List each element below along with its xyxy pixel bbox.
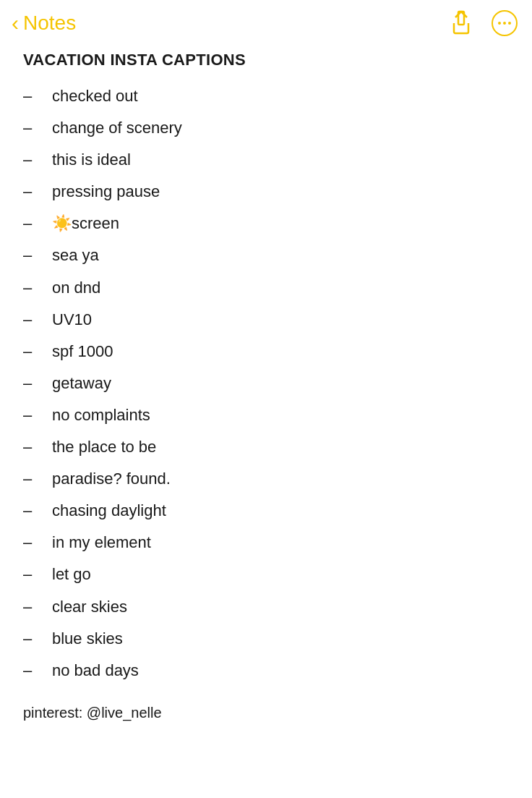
item-text: pressing pause	[52, 179, 160, 204]
list-item: – change of scenery	[23, 116, 509, 140]
list-item: – paradise? found.	[23, 467, 509, 491]
share-icon	[448, 10, 474, 36]
dash: –	[23, 658, 45, 683]
item-text: let go	[52, 562, 91, 587]
header-actions	[448, 10, 518, 36]
dash: –	[23, 211, 45, 236]
list-item: – getaway	[23, 371, 509, 396]
item-text: blue skies	[52, 627, 123, 651]
item-text: UV10	[52, 307, 92, 332]
dash: –	[23, 243, 45, 268]
item-text: no complaints	[52, 403, 150, 428]
app-header: ‹ Notes	[0, 0, 532, 43]
list-item: – spf 1000	[23, 339, 509, 364]
dash: –	[23, 530, 45, 555]
item-text: spf 1000	[52, 339, 113, 364]
item-text: the place to be	[52, 435, 156, 459]
dash: –	[23, 627, 45, 651]
item-text: no bad days	[52, 658, 139, 683]
dash: –	[23, 307, 45, 332]
dash: –	[23, 179, 45, 204]
list-item: – pressing pause	[23, 179, 509, 204]
more-icon	[492, 10, 518, 36]
chevron-left-icon: ‹	[12, 12, 19, 34]
dash: –	[23, 371, 45, 396]
item-text: ☀️screen	[52, 211, 119, 236]
list-item: – ☀️screen	[23, 211, 509, 236]
item-text: this is ideal	[52, 148, 131, 172]
dash: –	[23, 276, 45, 300]
item-text: on dnd	[52, 276, 100, 300]
item-text: change of scenery	[52, 116, 182, 140]
dash: –	[23, 339, 45, 364]
list-item: – the place to be	[23, 435, 509, 459]
more-button[interactable]	[492, 10, 518, 36]
item-text: clear skies	[52, 595, 127, 619]
note-title: VACATION INSTA CAPTIONS	[23, 51, 509, 69]
item-text: paradise? found.	[52, 467, 171, 491]
list-item: – in my element	[23, 530, 509, 555]
list-item: – this is ideal	[23, 148, 509, 172]
dash: –	[23, 116, 45, 140]
item-text: getaway	[52, 371, 111, 396]
dash: –	[23, 562, 45, 587]
list-item: – UV10	[23, 307, 509, 332]
footer-credit: pinterest: @live_nelle	[23, 705, 509, 721]
list-item: – let go	[23, 562, 509, 587]
item-text: sea ya	[52, 243, 99, 268]
item-text: in my element	[52, 530, 151, 555]
dash: –	[23, 84, 45, 109]
dash: –	[23, 498, 45, 523]
dash: –	[23, 467, 45, 491]
share-button[interactable]	[448, 10, 474, 36]
dash: –	[23, 435, 45, 459]
list-item: – no bad days	[23, 658, 509, 683]
list-item: – checked out	[23, 84, 509, 109]
list-item: – on dnd	[23, 276, 509, 300]
list-item: – chasing daylight	[23, 498, 509, 523]
back-button[interactable]: ‹ Notes	[12, 12, 76, 35]
item-text: checked out	[52, 84, 138, 109]
list-item: – sea ya	[23, 243, 509, 268]
item-text: chasing daylight	[52, 498, 166, 523]
list-item: – no complaints	[23, 403, 509, 428]
dash: –	[23, 595, 45, 619]
dash: –	[23, 403, 45, 428]
list-item: – clear skies	[23, 595, 509, 619]
note-content: VACATION INSTA CAPTIONS – checked out – …	[0, 43, 532, 750]
list-item: – blue skies	[23, 627, 509, 651]
back-label: Notes	[23, 12, 76, 35]
dash: –	[23, 148, 45, 172]
